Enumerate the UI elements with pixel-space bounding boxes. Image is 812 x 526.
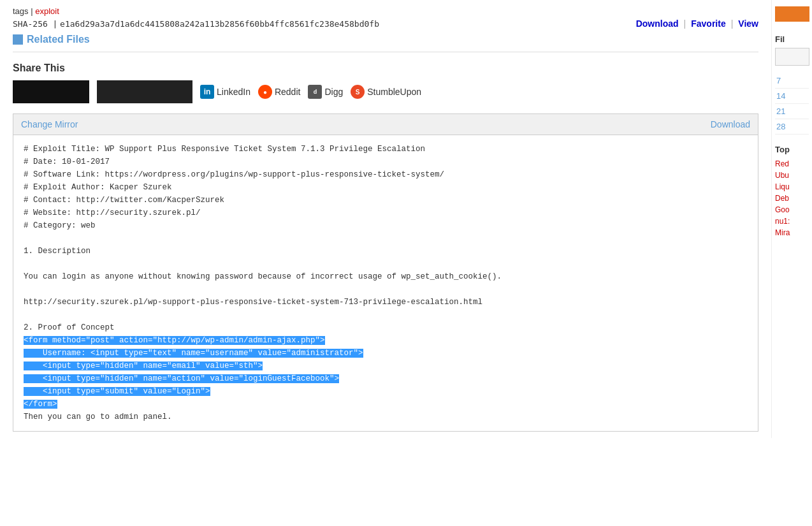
sidebar-file-label: Fil (775, 34, 809, 44)
tags-row: tags | exploit (13, 6, 758, 16)
sha-section: SHA-256 | e1a6d29a3a7d1a6dc4415808a242a1… (13, 19, 379, 29)
reddit-icon: ● (258, 85, 272, 99)
meta-actions: Download | Favorite | View (636, 18, 758, 29)
meta-row: SHA-256 | e1a6d29a3a7d1a6dc4415808a242a1… (13, 18, 758, 29)
reddit-label: Reddit (275, 87, 300, 97)
linkedin-label: LinkedIn (217, 87, 250, 97)
tags-label: tags (13, 6, 29, 16)
sidebar-num-7[interactable]: 7 (775, 73, 809, 89)
sidebar-link-nu1[interactable]: nu1: (775, 216, 809, 227)
stumbleupon-icon: S (351, 85, 365, 99)
digg-link[interactable]: d Digg (308, 85, 343, 99)
share-buttons: in LinkedIn ● Reddit d Digg S StumbleUpo… (13, 80, 758, 103)
sidebar-top-label: Top (775, 145, 809, 154)
sidebar-link-goo[interactable]: Goo (775, 204, 809, 216)
download-button-top[interactable]: Download (636, 18, 679, 29)
download-button-code[interactable]: Download (711, 119, 750, 129)
reddit-link[interactable]: ● Reddit (258, 85, 300, 99)
sep2: | (731, 18, 734, 29)
sha-label: SHA-256 | (13, 19, 57, 29)
stumbleupon-link[interactable]: S StumbleUpon (351, 85, 421, 99)
favorite-button[interactable]: Favorite (691, 18, 725, 29)
view-button[interactable]: View (738, 18, 758, 29)
tag-exploit[interactable]: exploit (35, 6, 59, 16)
sidebar-link-mira[interactable]: Mira (775, 227, 809, 238)
sep1: | (684, 18, 686, 29)
sidebar-orange-bar (775, 6, 809, 22)
sidebar-numbers: 7 14 21 28 (775, 73, 809, 135)
share-section: Share This in LinkedIn ● Reddit d Digg S… (13, 62, 758, 103)
sidebar: Fil 7 14 21 28 Top Red Ubu Liqu Deb Goo … (771, 0, 812, 438)
related-files-icon (13, 34, 23, 45)
code-text: # Exploit Title: WP Support Plus Respons… (24, 145, 502, 332)
stumbleupon-label: StumbleUpon (367, 87, 421, 97)
digg-label: Digg (324, 87, 343, 97)
sidebar-link-ubu[interactable]: Ubu (775, 170, 809, 181)
sidebar-search-input[interactable] (775, 48, 809, 66)
digg-icon: d (308, 85, 322, 99)
highlighted-code: <form method="post" action="http://wp/wp… (24, 336, 363, 409)
code-block: # Exploit Title: WP Support Plus Respons… (13, 135, 758, 431)
code-container: Change Mirror Download # Exploit Title: … (13, 113, 758, 432)
sidebar-num-14[interactable]: 14 (775, 89, 809, 104)
sidebar-link-deb[interactable]: Deb (775, 193, 809, 204)
change-mirror-link[interactable]: Change Mirror (21, 119, 78, 129)
share-btn-1[interactable] (13, 80, 89, 103)
sidebar-link-liqu[interactable]: Liqu (775, 181, 809, 193)
sha-value: e1a6d29a3a7d1a6dc4415808a242a113b2856f60… (60, 19, 379, 29)
code-after: Then you can go to admin panel. (24, 413, 172, 421)
sidebar-top (775, 6, 809, 22)
linkedin-link[interactable]: in LinkedIn (200, 85, 250, 99)
share-btn-2[interactable] (97, 80, 192, 103)
sidebar-num-28[interactable]: 28 (775, 119, 809, 135)
related-files-link[interactable]: Related Files (27, 34, 90, 45)
share-title: Share This (13, 62, 758, 74)
sidebar-num-21[interactable]: 21 (775, 104, 809, 119)
sidebar-link-red[interactable]: Red (775, 158, 809, 170)
linkedin-icon: in (200, 85, 214, 99)
code-header: Change Mirror Download (13, 114, 758, 135)
related-files-section: Related Files (13, 34, 758, 52)
